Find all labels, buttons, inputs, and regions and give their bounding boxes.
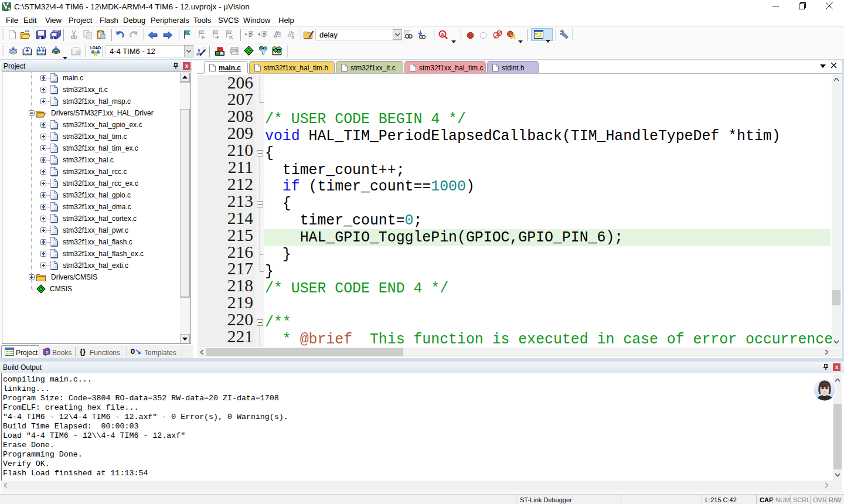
svg-text:LOAD: LOAD: [90, 46, 101, 50]
svg-text:5: 5: [8, 6, 11, 12]
svg-text:?: ?: [46, 350, 48, 355]
